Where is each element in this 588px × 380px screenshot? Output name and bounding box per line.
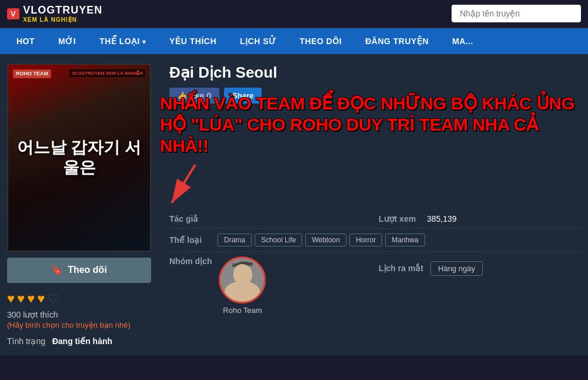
nav-item-ma[interactable]: MA... [440, 28, 485, 54]
manga-cover: ROHO TEAM VLOGTRUYEN XEM LÀ NGHIỆN 어느날 갑… [7, 64, 151, 252]
svg-point-7 [245, 271, 248, 275]
info-section: Tác giả Lượt xem 385,139 Thể loại Drama … [169, 209, 581, 319]
nav-item-yeuthich[interactable]: YÊU THÍCH [158, 28, 228, 54]
cover-roho-badge: ROHO TEAM [13, 69, 51, 79]
team-avatar[interactable] [219, 256, 266, 304]
genre-drama[interactable]: Drama [218, 234, 252, 246]
manga-section: ROHO TEAM VLOGTRUYEN XEM LÀ NGHIỆN 어느날 갑… [0, 54, 588, 355]
heart-3[interactable]: ♥ [27, 291, 35, 306]
group-label: Nhóm dịch [169, 256, 212, 266]
svg-line-1 [172, 165, 195, 203]
heart-2[interactable]: ♥ [17, 291, 25, 306]
status-value: Đang tiến hành [52, 336, 112, 346]
schedule-cell: Lịch ra mắt Hàng ngày [372, 256, 581, 276]
cover-vlog-badge: VLOGTRUYEN XEM LÀ NGHIỆN [69, 69, 145, 78]
genre-horror[interactable]: Horror [349, 234, 382, 246]
manga-cover-inner: ROHO TEAM VLOGTRUYEN XEM LÀ NGHIỆN 어느날 갑… [8, 65, 150, 251]
team-name: Roho Team [219, 306, 266, 315]
share-button[interactable]: Share [224, 88, 262, 104]
svg-point-3 [233, 264, 252, 285]
likes-count: 300 lượt thích [7, 310, 160, 319]
views-cell: Lượt xem 385,139 [372, 214, 581, 224]
main-content: ROHO TEAM VLOGTRUYEN XEM LÀ NGHIỆN 어느날 갑… [0, 54, 588, 355]
genre-schoollife[interactable]: School Life [255, 234, 302, 246]
team-avatar-wrapper: Roho Team [219, 256, 266, 315]
genre-manhwa[interactable]: Manhwa [385, 234, 425, 246]
right-panel: Đại Dịch Seoul 👍 Like 0 Share NHẤN VÀO T… [160, 64, 581, 346]
genre-row: Thể loại Drama School Life Webtoon Horro… [169, 229, 581, 252]
schedule-label: Lịch ra mắt [379, 264, 423, 273]
avatar-svg [220, 258, 265, 303]
svg-rect-5 [220, 294, 265, 303]
bookmark-icon: 🔖 [51, 265, 63, 276]
logo-badge: V [7, 8, 19, 19]
follow-button[interactable]: 🔖 Theo dõi [7, 258, 151, 283]
cover-title-text: 어느날 갑자기 서울은 [8, 133, 150, 182]
promo-overlay: NHẤN VÀO TEAM ĐỂ ĐỌC NHỮNG BỘ KHÁC ỦNG H… [160, 93, 581, 212]
status-label: Tình trạng [7, 336, 45, 346]
nav-item-theodoi[interactable]: THEO DÕI [288, 28, 354, 54]
svg-rect-2 [220, 258, 265, 303]
search-input[interactable] [452, 5, 581, 22]
heart-5-empty[interactable]: ♡ [47, 291, 59, 306]
nav-item-theloai[interactable]: THỂ LOẠI [88, 28, 158, 54]
site-header: V VLOGTRUYEN XEM LÀ NGHIỆN [0, 0, 588, 28]
logo[interactable]: V VLOGTRUYEN XEM LÀ NGHIỆN [7, 5, 102, 23]
action-row: 👍 Like 0 Share [169, 88, 581, 104]
group-cell: Nhóm dịch [169, 256, 372, 315]
logo-sub-text: XEM LÀ NGHIỆN [23, 16, 102, 23]
arrow-decoration [160, 159, 230, 212]
nav-item-dangtruyen[interactable]: ĐĂNG TRUYỆN [353, 28, 440, 54]
promo-line2: HỘ "LÚA" CHO ROHO DUY TRÌ TEAM NHA CẢ NH… [160, 114, 581, 156]
team-avatar-face [220, 258, 264, 302]
nav-item-moi[interactable]: MỚI [46, 28, 88, 54]
genre-label: Thể loại [169, 235, 211, 245]
author-label: Tác giả [169, 214, 211, 224]
nav-item-lichsu[interactable]: LỊCH SỬ [228, 28, 288, 54]
group-schedule-row: Nhóm dịch [169, 252, 581, 319]
left-panel: ROHO TEAM VLOGTRUYEN XEM LÀ NGHIỆN 어느날 갑… [7, 64, 160, 346]
genre-tags: Drama School Life Webtoon Horror Manhwa [218, 234, 425, 246]
hearts-row: ♥ ♥ ♥ ♥ ♡ [7, 291, 160, 306]
schedule-value: Hàng ngày [430, 261, 483, 276]
main-nav: HOT MỚI THỂ LOẠI YÊU THÍCH LỊCH SỬ THEO … [0, 28, 588, 54]
like-button[interactable]: 👍 Like 0 [169, 88, 219, 104]
status-row: Tình trạng Đang tiến hành [7, 336, 160, 346]
author-cell: Tác giả [169, 214, 372, 224]
views-label: Lượt xem [379, 214, 420, 224]
heart-1[interactable]: ♥ [7, 291, 15, 306]
genre-webtoon[interactable]: Webtoon [305, 234, 346, 246]
author-views-row: Tác giả Lượt xem 385,139 [169, 209, 581, 229]
like-count: 0 [207, 91, 211, 100]
manga-title: Đại Dịch Seoul [169, 64, 581, 82]
thumbsup-icon: 👍 [178, 91, 187, 100]
follow-button-label: Theo dõi [68, 265, 107, 275]
likes-vote-link[interactable]: (Hãy bình chọn cho truyện bạn nhé) [7, 321, 160, 329]
nav-item-hot[interactable]: HOT [5, 28, 46, 54]
views-value: 385,139 [427, 214, 457, 224]
logo-text: VLOGTRUYEN XEM LÀ NGHIỆN [23, 5, 102, 23]
svg-point-6 [238, 271, 241, 275]
svg-point-4 [226, 285, 259, 303]
heart-4[interactable]: ♥ [37, 291, 45, 306]
logo-main-text: VLOGTRUYEN [23, 5, 102, 16]
like-label: Like [190, 91, 204, 100]
